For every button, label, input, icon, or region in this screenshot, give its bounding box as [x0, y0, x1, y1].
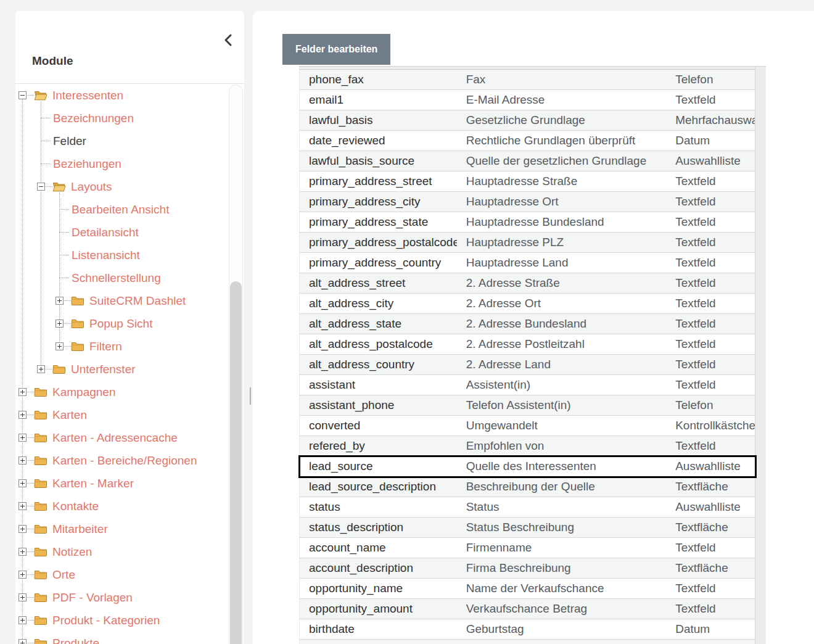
tree-item-listenansicht[interactable]: Listenansicht [15, 244, 244, 266]
tree-item-notizen[interactable]: Notizen [15, 540, 244, 563]
tree-item-bearbeiten-ansicht[interactable]: Bearbeiten Ansicht [15, 198, 244, 221]
tree-item-label[interactable]: Produkte [52, 632, 99, 644]
tree-item-label[interactable]: Karten [52, 403, 87, 426]
field-row-phone_fax[interactable]: phone_faxFaxTelefon [300, 70, 755, 90]
field-row-email1[interactable]: email1E-Mail AdresseTextfeld [300, 90, 755, 110]
tree-item-karten-bereiche-regionen[interactable]: Karten - Bereiche/Regionen [15, 449, 244, 472]
tree-item-label[interactable]: Karten - Marker [52, 472, 134, 495]
tree-expander-plus-icon[interactable] [56, 320, 64, 328]
tree-item-label[interactable]: PDF - Vorlagen [52, 586, 133, 609]
tree-item-kampagnen[interactable]: Kampagnen [15, 381, 244, 403]
tree-item-detailansicht[interactable]: Detailansicht [15, 221, 244, 244]
field-row-primary_address_city[interactable]: primary_address_cityHauptadresse OrtText… [300, 192, 755, 212]
field-row-lead_source_description[interactable]: lead_source_descriptionBeschreibung der … [300, 477, 755, 497]
tree-item-schnellerstellung[interactable]: Schnellerstellung [15, 266, 244, 289]
field-row-primary_address_postalcode[interactable]: primary_address_postalcodeHauptadresse P… [300, 233, 755, 253]
field-row-account_name[interactable]: account_nameFirmennameTextfeld [300, 538, 755, 558]
tree-item-label[interactable]: Beziehungen [53, 152, 121, 175]
field-row-primary_address_street[interactable]: primary_address_streetHauptadresse Straß… [300, 171, 755, 192]
tree-item-label[interactable]: Notizen [52, 540, 92, 563]
tree-item-karten-adressencache[interactable]: Karten - Adressencache [15, 426, 244, 449]
tree-item-orte[interactable]: Orte [15, 563, 244, 586]
tree-expander-plus-icon[interactable] [18, 456, 27, 464]
tree-item-label[interactable]: Filtern [89, 335, 122, 358]
tree-item-label[interactable]: Bezeichnungen [53, 107, 134, 130]
tree-item-label[interactable]: Layouts [71, 175, 112, 198]
field-row-lawful_basis[interactable]: lawful_basisGesetzliche GrundlageMehrfac… [300, 110, 755, 131]
tree-item-label[interactable]: Interessenten [52, 84, 123, 107]
field-row-alt_address_city[interactable]: alt_address_city2. Adresse OrtTextfeld [300, 294, 755, 314]
tree-expander-plus-icon[interactable] [18, 571, 27, 579]
field-row-primary_address_state[interactable]: primary_address_stateHauptadresse Bundes… [300, 212, 755, 233]
field-row-refered_by[interactable]: refered_byEmpfohlen vonTextfeld [300, 436, 755, 456]
tab-edit-fields[interactable]: Felder bearbeiten [282, 34, 390, 65]
tree-item-karten-marker[interactable]: Karten - Marker [15, 472, 244, 495]
tree-expander-plus-icon[interactable] [18, 479, 27, 487]
field-row-assistant_phone[interactable]: assistant_phoneTelefon Assistent(in)Tele… [300, 395, 755, 416]
tree-expander-plus-icon[interactable] [18, 525, 27, 533]
tree-item-label[interactable]: Popup Sicht [89, 312, 152, 335]
tree-item-unterfenster[interactable]: Unterfenster [15, 358, 244, 381]
field-row-birthdate[interactable]: birthdateGeburtstagDatum [300, 619, 755, 640]
tree-expander-plus-icon[interactable] [18, 434, 27, 442]
tree-item-mitarbeiter[interactable]: Mitarbeiter [15, 518, 244, 540]
field-row-lawful_basis_source[interactable]: lawful_basis_sourceQuelle der gesetzlich… [300, 151, 755, 171]
tree-item-label[interactable]: Felder [53, 130, 86, 152]
tree-item-kontakte[interactable]: Kontakte [15, 495, 244, 518]
field-row-status[interactable]: statusStatusAuswahlliste [300, 497, 755, 518]
tree-expander-plus-icon[interactable] [18, 502, 27, 510]
field-row-opportunity_name[interactable]: opportunity_nameName der VerkaufschanceT… [300, 579, 755, 599]
tree-item-suitecrm-dashlet[interactable]: SuiteCRM Dashlet [15, 289, 244, 312]
tree-item-label[interactable]: Kampagnen [52, 381, 115, 403]
tree-item-felder[interactable]: Felder [15, 130, 244, 152]
field-row-primary_address_country[interactable]: primary_address_countryHauptadresse Land… [300, 253, 755, 273]
tree-item-label[interactable]: Karten - Adressencache [52, 426, 178, 449]
tree-item-produkte[interactable]: Produkte [15, 632, 244, 644]
tree-item-popup-sicht[interactable]: Popup Sicht [15, 312, 244, 335]
tree-item-label[interactable]: Unterfenster [71, 358, 136, 381]
sidebar-scrollbar-track[interactable] [229, 85, 243, 644]
field-row-assistant[interactable]: assistantAssistent(in)Textfeld [300, 375, 755, 395]
tree-item-layouts[interactable]: Layouts [15, 175, 244, 198]
tree-expander-minus-icon[interactable] [37, 183, 45, 191]
tree-expander-plus-icon[interactable] [18, 388, 27, 396]
sidebar-scrollbar-thumb[interactable] [230, 281, 242, 644]
field-row-lead_source[interactable]: lead_sourceQuelle des InteressentenAuswa… [300, 456, 755, 477]
tree-expander-plus-icon[interactable] [18, 593, 27, 601]
tree-item-beziehungen[interactable]: Beziehungen [15, 152, 244, 175]
tree-item-label[interactable]: Produkt - Kategorien [52, 609, 160, 632]
tree-expander-plus-icon[interactable] [56, 297, 64, 305]
field-row-alt_address_country[interactable]: alt_address_country2. Adresse LandTextfe… [300, 355, 755, 375]
tree-expander-plus-icon[interactable] [18, 548, 27, 556]
tree-item-produkt-kategorien[interactable]: Produkt - Kategorien [15, 609, 244, 632]
tree-item-interessenten[interactable]: Interessenten [15, 84, 244, 107]
tree-item-karten[interactable]: Karten [15, 403, 244, 426]
tree-item-label[interactable]: Listenansicht [72, 244, 140, 266]
field-row-opportunity_amount[interactable]: opportunity_amountVerkaufschance BetragT… [300, 599, 755, 619]
tree-expander-plus-icon[interactable] [18, 639, 27, 644]
tree-expander-minus-icon[interactable] [18, 91, 27, 99]
tree-item-label[interactable]: Karten - Bereiche/Regionen [52, 449, 197, 472]
tree-expander-plus-icon[interactable] [37, 365, 45, 373]
tree-item-label[interactable]: Orte [52, 563, 75, 586]
field-row-converted[interactable]: convertedUmgewandeltKontrollkästchen [300, 416, 755, 436]
field-row-date_reviewed[interactable]: date_reviewedRechtliche Grundlagen überp… [300, 131, 755, 151]
tree-expander-plus-icon[interactable] [56, 342, 64, 350]
sidebar-collapse-button[interactable] [223, 33, 236, 48]
tree-item-filtern[interactable]: Filtern [15, 335, 244, 358]
tree-item-label[interactable]: Detailansicht [72, 221, 139, 244]
field-row-status_description[interactable]: status_descriptionStatus BeschreibungTex… [300, 518, 755, 538]
field-row-alt_address_state[interactable]: alt_address_state2. Adresse BundeslandTe… [300, 314, 755, 334]
field-row-account_description[interactable]: account_descriptionFirma BeschreibungTex… [300, 558, 755, 579]
tree-item-label[interactable]: Kontakte [52, 495, 99, 518]
field-row-alt_address_street[interactable]: alt_address_street2. Adresse StraßeTextf… [300, 273, 755, 294]
field-row-alt_address_postalcode[interactable]: alt_address_postalcode2. Adresse Postlei… [300, 334, 755, 355]
tree-item-label[interactable]: Bearbeiten Ansicht [72, 198, 169, 221]
tree-item-pdf-vorlagen[interactable]: PDF - Vorlagen [15, 586, 244, 609]
tree-item-label[interactable]: SuiteCRM Dashlet [89, 289, 186, 312]
tree-item-label[interactable]: Schnellerstellung [72, 266, 161, 289]
tree-expander-plus-icon[interactable] [18, 616, 27, 624]
tree-item-bezeichnungen[interactable]: Bezeichnungen [15, 107, 244, 130]
tree-item-label[interactable]: Mitarbeiter [52, 518, 108, 540]
tree-expander-plus-icon[interactable] [18, 411, 27, 419]
